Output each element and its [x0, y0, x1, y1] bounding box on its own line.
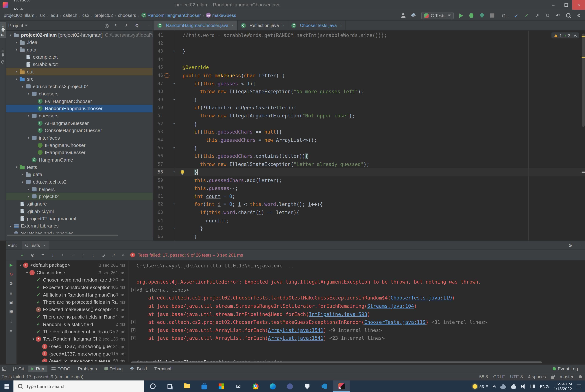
update-project-button[interactable]: ↙ — [513, 12, 520, 19]
taskbar-search[interactable] — [13, 380, 144, 392]
tree-item-data[interactable]: ▾data — [6, 46, 152, 53]
tree-item-data[interactable]: ▸data — [6, 171, 152, 178]
console-line-2[interactable] — [131, 270, 582, 278]
tab-randomhangmanchooser-java[interactable]: CRandomHangmanChooser.java× — [154, 20, 238, 30]
weather-widget[interactable]: 53°F — [473, 384, 488, 388]
close-button[interactable]: × — [572, 0, 585, 10]
tree-item-choosers[interactable]: ▾choosers — [6, 90, 152, 98]
stack-trace-link[interactable]: IntPipeline.java:593 — [309, 311, 367, 317]
tree-item-randomhangmanchooser[interactable]: RandomHangmanChooser — [6, 105, 152, 112]
toolwindow-button-debug[interactable]: Debug — [101, 366, 126, 372]
tree-item-external-libraries[interactable]: ▸External Libraries — [6, 222, 152, 230]
show-ignored-icon[interactable]: ⊘ — [30, 252, 36, 258]
next-failed-test-icon[interactable]: ↓ — [90, 252, 96, 258]
chevron-icon[interactable]: ▾ — [26, 136, 31, 140]
chevron-icon[interactable]: ▾ — [18, 263, 23, 267]
code-editor[interactable]: 41 //this.word = scrabbleWords.get(RANDO… — [153, 30, 585, 240]
run-tab-c-tests[interactable]: C Tests × — [22, 241, 49, 250]
language-indicator[interactable]: ENG — [540, 384, 549, 388]
code-line-55[interactable]: 55▾ } — [153, 144, 585, 152]
code-line-49[interactable]: 49▾ } — [153, 96, 585, 104]
code-line-64[interactable]: 64 count++; — [153, 216, 585, 224]
expand-stack-icon[interactable]: + — [131, 320, 136, 324]
tree-item-ihangmanguesser[interactable]: IHangmanGuesser — [6, 149, 152, 156]
hide-panel-icon[interactable]: — — [577, 243, 581, 248]
microsoft-store-icon[interactable] — [196, 380, 213, 392]
chevron-icon[interactable]: ▾ — [14, 77, 19, 81]
stack-trace-link[interactable]: Streams.java:104 — [367, 303, 414, 309]
toolwindow-button-terminal[interactable]: Terminal — [151, 366, 174, 372]
code-line-52[interactable]: 52▾ } — [153, 120, 585, 128]
caret-position[interactable]: 58:8 — [479, 374, 488, 379]
more-icon[interactable]: » — [122, 252, 124, 258]
view-options-icon[interactable]: ≡ — [8, 327, 14, 334]
code-line-50[interactable]: 50 if(!Character.isUpperCase(letter)){ — [153, 104, 585, 112]
tree-item-project02-nllam[interactable]: ▾project02-nllam[project02-hangman]C:\Us… — [6, 31, 152, 39]
onedrive-icon[interactable] — [511, 386, 516, 388]
tree-item-idea[interactable]: ▸.idea — [6, 39, 152, 46]
start-button[interactable] — [0, 380, 13, 392]
chevron-icon[interactable]: ▸ — [26, 188, 31, 191]
code-line-57[interactable]: 57 throw new IllegalStateException("Lett… — [153, 160, 585, 168]
code-line-61[interactable]: 61 int count = 0; — [153, 192, 585, 200]
test-item-6-there-are-no-protected-fields-in-ran[interactable]: ✓There are no protected fields in Ran1 m… — [17, 298, 128, 306]
hide-panel-icon[interactable]: — — [144, 22, 150, 29]
search-input[interactable] — [26, 384, 127, 389]
hidden-icons-chevron[interactable] — [492, 385, 496, 389]
debug-button[interactable] — [468, 12, 475, 19]
rerun-tests-icon[interactable]: ▶ — [8, 262, 14, 268]
code-line-58[interactable]: 58▾ } — [153, 168, 585, 176]
code-line-62[interactable]: 62▾ for(int i = 0; i < this.word.length(… — [153, 200, 585, 208]
tree-item-ihangmanchooser[interactable]: IHangmanChooser — [6, 142, 152, 149]
export-test-results-icon[interactable]: ↗ — [110, 252, 116, 258]
cortana-icon[interactable] — [144, 380, 161, 392]
clock-widget[interactable]: 5:34 PM 1/18/2022 — [554, 382, 572, 391]
chevron-icon[interactable]: ▾ — [26, 114, 31, 118]
lock-icon[interactable] — [551, 376, 554, 379]
stack-trace-link[interactable]: ArrayList.java:1541 — [268, 336, 324, 341]
console-line-12[interactable] — [131, 350, 582, 358]
code-line-44[interactable]: 44 — [153, 56, 585, 64]
test-item-10-the-overall-number-of-fields-in-rand[interactable]: ✓The overall number of fields in Rand2 m… — [17, 328, 128, 335]
intellij-icon[interactable] — [333, 380, 350, 392]
tool-window-switcher-icon[interactable] — [2, 367, 6, 371]
stack-trace-link[interactable]: ChooserTests.java:119 — [364, 319, 426, 325]
test-item-11-test-randomhangmanchoos[interactable]: ▾!Test RandomHangmanChoos2 sec 136 ms — [17, 336, 128, 343]
close-icon[interactable]: × — [340, 23, 342, 28]
indent-setting[interactable]: 4 spaces — [528, 374, 546, 379]
tree-item-helpers[interactable]: ▸helpers — [6, 186, 152, 193]
file-explorer-icon[interactable] — [178, 380, 196, 392]
previous-failed-test-icon[interactable]: ↑ — [80, 252, 86, 258]
action-center-icon[interactable] — [577, 384, 581, 388]
expand-all-icon[interactable]: » — [114, 22, 120, 29]
code-line-47[interactable]: 47▾ if(this.guesses < 1){ — [153, 80, 585, 88]
toolwindow-button-git[interactable]: Git — [9, 366, 27, 372]
breadcrumb-makeguess[interactable]: mmakeGuess — [206, 12, 236, 18]
user-icon[interactable] — [400, 12, 406, 19]
stack-trace-link[interactable]: ChooserTests.java:119 — [390, 295, 452, 301]
git-branch[interactable]: master — [560, 374, 574, 379]
console-line-1[interactable]: C:\Users\navya\.jdks\corretto-11.0.13\bi… — [131, 262, 582, 270]
intention-bulb-icon[interactable] — [181, 170, 184, 174]
test-console[interactable]: C:\Users\navya\.jdks\corretto-11.0.13\bi… — [131, 260, 582, 362]
test-item-9-random-is-a-static-field[interactable]: ✓Random is a static field2 ms — [17, 320, 128, 328]
network-icon[interactable] — [530, 384, 535, 388]
close-icon[interactable]: × — [44, 243, 46, 248]
build-project-button[interactable] — [410, 12, 417, 19]
console-line-8[interactable]: + at edu.caltech.cs2.project02.ChooserTe… — [131, 318, 582, 326]
toolwindow-button-build[interactable]: Build — [127, 366, 150, 372]
code-line-48[interactable]: 48 throw new IllegalStateException("No m… — [153, 88, 585, 96]
stripe-button-commit[interactable]: Commit — [0, 48, 6, 65]
console-line-3[interactable]: org.opentest4j.AssertionFailedError: Exp… — [131, 278, 582, 286]
rollback-button[interactable]: ↶ — [555, 12, 561, 19]
show-passed-icon[interactable]: ✓ — [20, 252, 26, 258]
coverage-button[interactable] — [479, 12, 485, 19]
tree-item-gitlab-ci-yml[interactable]: .gitlab-ci.yml — [6, 208, 152, 215]
microsoft-office-icon[interactable] — [213, 380, 230, 392]
chevron-up-icon[interactable] — [574, 34, 577, 38]
test-item-1-default-package[interactable]: ▾!<default package>3 sec 261 ms — [17, 262, 128, 269]
breadcrumb-caltech[interactable]: caltech — [63, 12, 77, 18]
tree-item-project02[interactable]: ▸project02 — [6, 193, 152, 200]
horizontal-scrollbar[interactable] — [131, 362, 542, 363]
chevron-icon[interactable]: ▾ — [20, 85, 25, 88]
